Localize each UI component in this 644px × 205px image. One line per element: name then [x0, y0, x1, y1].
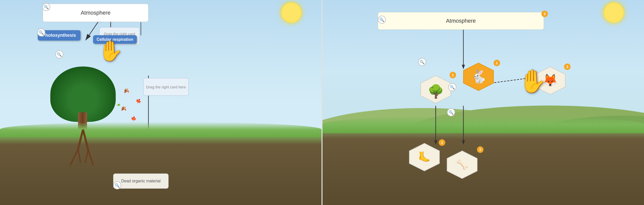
svg-line-16	[88, 150, 93, 165]
zoom-icon-photo[interactable]: 🔍	[37, 28, 45, 37]
zoom-icon-tree[interactable]: 🔍	[418, 58, 426, 66]
grass-right	[323, 116, 644, 133]
badge-tree: 1	[450, 72, 456, 78]
zoom-icon-atm-right[interactable]: 🔍	[378, 16, 386, 24]
decomposer-left-hex[interactable]: 🦶	[408, 142, 441, 172]
hand-cursor-left: ✋	[98, 39, 123, 63]
hand-cursor-right: ✋	[519, 68, 547, 94]
badge-atmosphere: 3	[541, 11, 548, 17]
sun-left	[281, 3, 301, 23]
zoom-icon-atm-left[interactable]: 🔍	[42, 3, 50, 11]
svg-line-12	[78, 129, 83, 150]
svg-text:🦶: 🦶	[418, 151, 431, 163]
zoom-icon-dead-organic[interactable]: 🔍	[113, 181, 121, 189]
right-panel: Atmosphere 3 🔍 🔍 🔍 🔍 🌳	[323, 0, 644, 205]
badge-decomposer-right: 3	[477, 146, 484, 153]
svg-line-13	[83, 129, 88, 150]
atmosphere-label-left: Atmosphere	[81, 10, 111, 16]
atmosphere-box-left: Atmosphere	[43, 4, 148, 22]
leaf-5: 🍃	[116, 101, 121, 106]
zoom-icon-decomposer-mid[interactable]: 🔍	[447, 108, 455, 116]
leaf-1: 🍂	[123, 87, 130, 94]
rabbit-hex-node[interactable]: 🐇	[462, 62, 495, 92]
svg-line-14	[70, 150, 78, 165]
grass-left	[0, 122, 321, 137]
svg-text:🦴: 🦴	[456, 159, 468, 170]
tree-roots	[65, 129, 101, 171]
left-panel: Atmosphere 🔍 Photosynthesis 🔍 Drag the r…	[0, 0, 321, 205]
ground-right	[323, 124, 644, 205]
dead-organic-box: Dead organic material	[113, 174, 169, 189]
badge-fox: 3	[564, 63, 571, 70]
sun-right	[604, 3, 624, 23]
leaf-2: 🍁	[135, 97, 142, 105]
svg-text:🌳: 🌳	[428, 84, 444, 99]
ground-left	[0, 129, 321, 205]
svg-line-17	[86, 150, 88, 162]
svg-text:🐇: 🐇	[470, 69, 487, 84]
drag-card-bottom[interactable]: Drag the right card here	[143, 78, 189, 96]
svg-line-15	[78, 150, 80, 162]
badge-rabbit: 1	[494, 60, 500, 66]
zoom-icon-rabbit-mid[interactable]: 🔍	[448, 83, 456, 91]
decomposer-right-hex[interactable]: 🦴	[446, 150, 478, 180]
badge-decomposer-left: 3	[439, 139, 445, 146]
tree-hex-node[interactable]: 🌳	[419, 74, 452, 105]
atmosphere-box-right: Atmosphere	[378, 12, 544, 30]
leaf-4: 🍁	[130, 115, 137, 122]
leaf-3: 🍂	[120, 105, 127, 112]
zoom-icon-mid-left[interactable]: 🔍	[55, 50, 63, 58]
